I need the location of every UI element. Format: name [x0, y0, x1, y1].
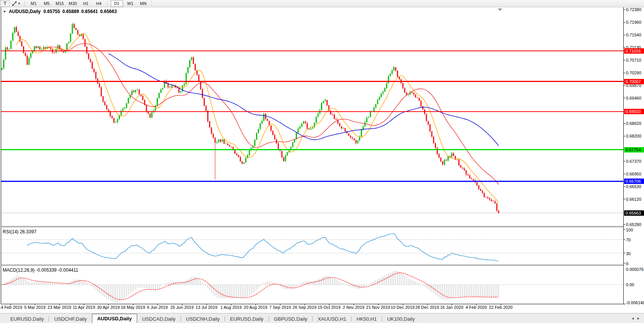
chart-tab-usdcnh-daily[interactable]: USDCNH,Daily: [181, 315, 224, 323]
price-axis-tick: 0.71960: [626, 20, 644, 25]
price-axis-tick: 0.69460: [626, 96, 644, 100]
ohlc-values: 0.65755 0.65889 0.65641 0.65663: [43, 9, 117, 14]
price-axis-tick: 0.70290: [626, 71, 644, 75]
hline-price-label: 0.66706: [624, 179, 644, 184]
rsi-indicator-label: RSI(14) 26.3397: [3, 229, 36, 234]
tab-scroll-arrows[interactable]: ◄►: [631, 316, 642, 320]
chart-canvas[interactable]: [0, 0, 644, 323]
chart-tab-hk50-h1[interactable]: HK50,H1: [352, 315, 382, 323]
macd-axis-tick: -0.006148: [626, 300, 644, 305]
close-value: 0.65663: [100, 9, 116, 14]
price-axis-tick: 0.72380: [626, 7, 644, 12]
chart-tab-usdcad-daily[interactable]: USDCAD,Daily: [137, 315, 180, 323]
rsi-axis-tick: 100: [626, 228, 644, 232]
collapse-triangle-icon[interactable]: ▼: [3, 10, 6, 13]
chart-title: ▼ AUDUSD,Daily 0.65755 0.65889 0.65641 0…: [3, 9, 117, 14]
hline-price-label: 0.71016: [624, 48, 644, 54]
date-axis-tick: 22 Feb 2020: [483, 305, 518, 310]
price-axis-tick: 0.66950: [626, 172, 644, 176]
price-axis-tick: 0.65280: [626, 222, 644, 227]
macd-axis-tick: 0.005076: [626, 267, 644, 272]
scroll-right-icon: ►: [637, 316, 642, 320]
low-value: 0.65641: [81, 9, 98, 14]
rsi-axis-tick: 30: [626, 251, 644, 256]
open-value: 0.65755: [43, 9, 60, 14]
price-axis-tick: 0.71540: [626, 33, 644, 37]
chart-tab-eurusd-daily[interactable]: EURUSD,Daily: [225, 315, 268, 323]
chart-tab-eurusd-daily[interactable]: EURUSD,Daily: [5, 315, 49, 323]
rsi-axis-tick: 0: [626, 261, 644, 266]
hline-price-label: 0.69010: [624, 109, 644, 114]
chart-tab-uk100-daily[interactable]: UK100,Daily: [382, 315, 420, 323]
macd-indicator-label: MACD(12,26,9) -0.005339 -0.004411: [3, 267, 78, 273]
chart-tab-usdchf-daily[interactable]: USDCHF,Daily: [49, 315, 92, 323]
bid-price-label: 0.65663: [624, 210, 644, 216]
price-axis-tick: 0.68620: [626, 121, 644, 126]
price-axis-tick: 0.68200: [626, 134, 644, 138]
price-axis-tick: 0.70710: [626, 58, 644, 62]
macd-axis-tick: 0.00: [626, 282, 644, 287]
symbol-period-label: AUDUSD,Daily: [9, 9, 41, 14]
chart-tab-bar: EURUSD,DailyUSDCHF,DailyAUDUSD,DailyUSDC…: [0, 313, 644, 323]
chart-tab-audusd-daily[interactable]: AUDUSD,Daily: [92, 314, 137, 323]
hline-price-label: 0.70007: [624, 79, 644, 84]
price-axis-tick: 0.66120: [626, 197, 644, 202]
scroll-left-icon: ◄: [631, 316, 637, 320]
chart-tab-xauusd-h1[interactable]: XAUUSD,H1: [313, 315, 351, 323]
high-value: 0.65889: [62, 9, 79, 14]
chart-tab-gbpusd-daily[interactable]: GBPUSD,Daily: [269, 315, 312, 323]
chart-shift-marker-icon[interactable]: [498, 8, 502, 11]
hline-price-label: 0.67754: [624, 147, 644, 152]
price-axis-tick: 0.67370: [626, 159, 644, 164]
price-axis-tick: 0.66530: [626, 184, 644, 189]
rsi-axis-tick: 70: [626, 238, 644, 242]
